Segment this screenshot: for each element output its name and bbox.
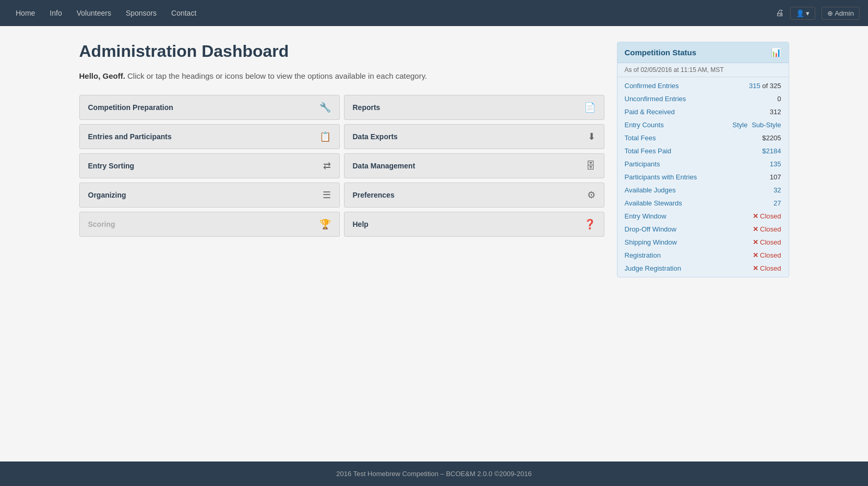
welcome-text: Hello, Geoff. Click or tap the headings …: [79, 71, 604, 80]
reports-icon: 📄: [584, 102, 596, 113]
status-row-unconfirmed-entries: Unconfirmed Entries 0: [617, 92, 789, 105]
clipboard-icon: 📋: [319, 131, 331, 142]
status-row-paid-received: Paid & Received 312: [617, 105, 789, 118]
participants-label[interactable]: Participants: [625, 160, 660, 168]
status-card: Competition Status 📊 As of 02/05/2016 at…: [617, 42, 789, 277]
navbar-links: Home Info Volunteers Sponsors Contact: [8, 0, 204, 26]
entry-window-status: Closed: [760, 212, 781, 220]
status-row-participants-with-entries: Participants with Entries 107: [617, 171, 789, 184]
download-icon: ⬇: [588, 131, 596, 142]
confirmed-entries-count[interactable]: 315: [749, 82, 760, 90]
status-row-confirmed-entries: Confirmed Entries 315 of 325: [617, 79, 789, 92]
unconfirmed-entries-label[interactable]: Unconfirmed Entries: [625, 95, 686, 103]
wrench-icon: 🔧: [319, 102, 331, 113]
nav-sponsors[interactable]: Sponsors: [118, 0, 164, 26]
status-row-participants: Participants 135: [617, 157, 789, 171]
dashboard-item-entry-sorting[interactable]: Entry Sorting ⇄: [79, 153, 340, 178]
nav-info[interactable]: Info: [42, 0, 69, 26]
judge-registration-value: ✕ Closed: [753, 264, 781, 272]
admin-button[interactable]: ⊕ Admin: [822, 7, 860, 20]
status-title: Competition Status: [625, 48, 697, 57]
confirmed-entries-value: 315 of 325: [749, 82, 781, 90]
paid-received-label[interactable]: Paid & Received: [625, 108, 675, 116]
dropoff-window-x: ✕: [753, 225, 758, 233]
content-area: Administration Dashboard Hello, Geoff. C…: [79, 42, 604, 277]
confirmed-entries-label[interactable]: Confirmed Entries: [625, 82, 679, 90]
shipping-window-value: ✕ Closed: [753, 238, 781, 246]
status-card-header: Competition Status 📊: [617, 42, 789, 63]
dashboard-item-reports[interactable]: Reports 📄: [344, 95, 604, 120]
sort-icon: ⇄: [323, 160, 331, 172]
nav-home[interactable]: Home: [8, 0, 42, 26]
list-icon: ☰: [323, 189, 331, 201]
judge-registration-label[interactable]: Judge Registration: [625, 264, 681, 272]
status-row-entry-window: Entry Window ✕ Closed: [617, 210, 789, 223]
dashboard-item-competition-preparation[interactable]: Competition Preparation 🔧: [79, 95, 340, 120]
server-icon: 🗄: [586, 161, 596, 172]
status-row-available-stewards: Available Stewards 27: [617, 197, 789, 210]
status-row-judge-registration: Judge Registration ✕ Closed: [617, 262, 789, 275]
status-subtitle: As of 02/05/2016 at 11:15 AM, MST: [617, 63, 789, 77]
judge-registration-x: ✕: [753, 264, 758, 272]
entry-counts-substyle-link[interactable]: Sub-Style: [752, 121, 781, 129]
competition-status-sidebar: Competition Status 📊 As of 02/05/2016 at…: [617, 42, 789, 277]
status-row-shipping-window: Shipping Window ✕ Closed: [617, 236, 789, 249]
main-container: Administration Dashboard Hello, Geoff. C…: [69, 26, 800, 293]
status-row-total-fees-paid: Total Fees Paid $2184: [617, 144, 789, 157]
print-icon[interactable]: 🖨: [776, 8, 784, 18]
total-fees-value: $2205: [762, 134, 781, 142]
entry-counts-style-link[interactable]: Style: [732, 121, 747, 129]
user-button[interactable]: 👤 ▾: [790, 7, 816, 20]
trophy-icon: 🏆: [319, 218, 331, 230]
dashboard-item-data-exports[interactable]: Data Exports ⬇: [344, 124, 604, 149]
dashboard-item-data-management[interactable]: Data Management 🗄: [344, 153, 604, 178]
status-row-dropoff-window: Drop-Off Window ✕ Closed: [617, 223, 789, 236]
available-stewards-value: 27: [774, 199, 781, 207]
registration-status: Closed: [760, 251, 781, 259]
confirmed-entries-total: of 325: [762, 82, 781, 90]
available-stewards-label[interactable]: Available Stewards: [625, 199, 682, 207]
registration-label[interactable]: Registration: [625, 251, 661, 259]
judge-registration-status: Closed: [760, 264, 781, 272]
available-judges-label[interactable]: Available Judges: [625, 186, 676, 194]
entry-window-label[interactable]: Entry Window: [625, 212, 667, 220]
welcome-sub: Click or tap the headings or icons below…: [127, 71, 427, 80]
shipping-window-x: ✕: [753, 238, 758, 246]
paid-received-value: 312: [770, 108, 781, 116]
entry-counts-links: Style Sub-Style: [732, 121, 781, 129]
help-icon: ❓: [584, 218, 596, 230]
registration-value: ✕ Closed: [753, 251, 781, 259]
dashboard-item-help[interactable]: Help ❓: [344, 212, 604, 237]
navbar: Home Info Volunteers Sponsors Contact 🖨 …: [0, 0, 868, 26]
dropoff-window-value: ✕ Closed: [753, 225, 781, 233]
participants-entries-value: 107: [770, 173, 781, 181]
registration-x: ✕: [753, 251, 758, 259]
entry-window-value: ✕ Closed: [753, 212, 781, 220]
nav-contact[interactable]: Contact: [164, 0, 204, 26]
dropoff-window-status: Closed: [760, 225, 781, 233]
status-rows: Confirmed Entries 315 of 325 Unconfirmed…: [617, 77, 789, 277]
status-row-total-fees: Total Fees $2205: [617, 131, 789, 144]
chart-icon[interactable]: 📊: [771, 47, 781, 57]
status-row-entry-counts: Entry Counts Style Sub-Style: [617, 118, 789, 131]
shipping-window-status: Closed: [760, 238, 781, 246]
status-row-registration: Registration ✕ Closed: [617, 249, 789, 262]
dashboard-item-scoring: Scoring 🏆: [79, 212, 340, 237]
entry-counts-label[interactable]: Entry Counts: [625, 121, 664, 129]
available-judges-value: 32: [774, 186, 781, 194]
status-row-available-judges: Available Judges 32: [617, 184, 789, 197]
total-fees-paid-label[interactable]: Total Fees Paid: [625, 147, 672, 155]
entry-window-x: ✕: [753, 212, 758, 220]
page-title: Administration Dashboard: [79, 42, 604, 61]
dashboard-item-preferences[interactable]: Preferences ⚙: [344, 183, 604, 208]
dashboard-item-organizing[interactable]: Organizing ☰: [79, 183, 340, 208]
dashboard-grid: Competition Preparation 🔧 Reports 📄 Entr…: [79, 95, 604, 237]
participants-entries-label[interactable]: Participants with Entries: [625, 173, 697, 181]
total-fees-label[interactable]: Total Fees: [625, 134, 656, 142]
participants-value: 135: [770, 160, 781, 168]
total-fees-paid-value: $2184: [762, 147, 781, 155]
dropoff-window-label[interactable]: Drop-Off Window: [625, 225, 676, 233]
shipping-window-label[interactable]: Shipping Window: [625, 238, 677, 246]
dashboard-item-entries-participants[interactable]: Entries and Participants 📋: [79, 124, 340, 149]
nav-volunteers[interactable]: Volunteers: [69, 0, 118, 26]
